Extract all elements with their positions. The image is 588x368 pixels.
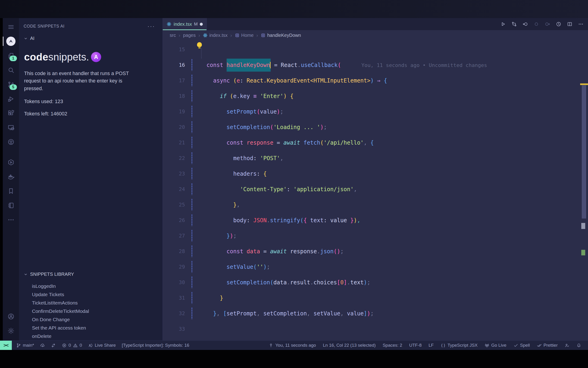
activity-bar-item-notebooks[interactable] [4,199,17,212]
status-indentation[interactable]: Spaces: 2 [380,341,405,350]
status-feedback[interactable] [562,341,572,350]
activity-bar-item-search[interactable] [4,64,17,76]
code-line-29[interactable]: 29 setValue(''); [163,259,588,275]
status-cursor-position[interactable]: Ln 16, Col 22 (13 selected) [320,341,379,350]
code-text: } [200,295,588,301]
status-go-live[interactable]: Go Live [482,341,509,350]
activity-bar-item-additional-views[interactable] [4,213,17,226]
git-compare-button[interactable] [510,20,518,28]
code-line-27[interactable]: 27 }); [163,228,588,244]
code-text: headers: { [200,171,588,177]
status-prettier[interactable]: Prettier [534,341,561,350]
status-compare-changes[interactable] [48,341,59,350]
status-problems[interactable]: 00 [59,341,85,350]
chevron-down-icon [24,272,28,276]
snippet-item-confirmdeleteticketmodal[interactable]: ConfirmDeleteTicketModal [19,307,163,315]
code-line-18[interactable]: 18 if (e.key ≡ 'Enter') { [163,88,588,104]
branch-icon [16,343,21,348]
git-modified-gutter [185,104,200,119]
tab-index-tsx[interactable]: index.tsx M [163,18,207,30]
activity-bar-item-remote-explorer[interactable] [4,121,17,134]
activity-bar-item-code-snippets-ai[interactable] [4,35,17,48]
line-number-22: 22 [163,155,185,161]
breadcrumb-item-pages[interactable]: pages [183,33,196,38]
more-actions-button[interactable] [577,20,585,28]
editor-scrollbar[interactable] [582,85,586,219]
activity-bar-item-extensions[interactable] [4,107,17,120]
code-line-21[interactable]: 21 const response = await fetch('/api/he… [163,135,588,150]
snippets-library-header[interactable]: SNIPPETS LIBRARY [19,268,163,279]
activity-bar-item-bookmarks[interactable] [4,184,17,197]
sidebar-more-actions-button[interactable]: ··· [146,23,157,30]
run-code-button[interactable] [499,20,507,28]
ai-section-label: AI [30,36,35,41]
status-notifications[interactable] [573,341,584,350]
git-compare-icon [511,21,517,27]
code-line-24[interactable]: 24 'Content-Type': 'application/json', [163,182,588,197]
code-line-28[interactable]: 28 const data = await response.json(); [163,244,588,259]
line-number-31: 31 [163,295,185,301]
code-editor[interactable]: 1516 const handleKeyDown = React.useCall… [163,40,588,340]
snippet-item-ondelete[interactable]: onDelete [19,332,163,340]
status-label: Spell [520,343,530,348]
next-change-disabled-button[interactable] [544,20,552,28]
double-check-icon [537,343,542,348]
status-language-mode[interactable]: ()TypeScript JSX [438,341,481,350]
status-branch-status[interactable]: main* [13,341,37,350]
previous-change-disabled-button[interactable] [532,20,540,28]
activity-bar-item-settings[interactable] [4,324,17,337]
code-line-17[interactable]: 17 async (e: React.KeyboardEvent<HTMLInp… [163,73,588,88]
breadcrumb-item-handlekeydown[interactable]: handleKeyDown [261,33,301,38]
status-remote-indicator[interactable]: >< [0,341,12,350]
status-gitlens-blame[interactable]: You, 11 seconds ago [265,341,319,350]
breadcrumb-item-home[interactable]: Home [235,33,254,38]
activity-bar-item-menu[interactable] [4,20,17,33]
activity-bar-item-docker[interactable] [4,170,17,183]
ai-section-header[interactable]: AI [19,32,163,43]
line-number-18: 18 [163,93,185,99]
go-to-previous-change-button[interactable] [521,20,529,28]
status-publish-changes[interactable] [37,341,48,350]
open-timeline-button[interactable] [555,20,562,28]
status-encoding[interactable]: UTF-8 [406,341,425,350]
activity-bar-item-run-and-debug[interactable] [4,92,17,105]
code-line-15[interactable]: 15 [163,42,588,57]
remote-icon: >< [3,342,8,348]
code-line-31[interactable]: 31 } [163,290,588,306]
snippet-item-set-the-api-access-token[interactable]: Set the API access token [19,324,163,332]
snippet-item-ticketlistitemactions[interactable]: TicketListItemActions [19,299,163,307]
activity-bar-item-source-control[interactable]: 5 [4,78,17,91]
breadcrumb-item-index-tsx[interactable]: index.tsx [203,33,228,38]
code-line-20[interactable]: 20 setCompletion('Loading ... '); [163,119,588,135]
git-modified-gutter [185,166,200,182]
tokens-used: Tokens used: 123 [24,99,142,104]
status-live-share[interactable]: Live Share [85,341,119,350]
code-line-16[interactable]: 16 const handleKeyDown = React.useCallba… [163,57,588,73]
code-line-33[interactable]: 33 [163,321,588,337]
line-number-32: 32 [163,311,185,316]
breadcrumb: src›pages›index.tsx›Home›handleKeyDown [163,30,588,40]
activity-bar-item-accounts[interactable] [4,310,17,323]
status-eol-sequence[interactable]: LF [425,341,437,350]
code-line-32[interactable]: 32 }, [setPrompt, setCompletion, setValu… [163,306,588,321]
code-line-26[interactable]: 26 body: JSON.stringify({ text: value })… [163,212,588,228]
snippet-item-isloggedin[interactable]: isLoggedIn [19,282,163,290]
code-line-19[interactable]: 19 setPrompt(value); [163,104,588,119]
code-line-22[interactable]: 22 method: 'POST', [163,150,588,166]
status-spell-checker[interactable]: Spell [510,341,533,350]
status-typescript-importer[interactable]: [TypeScript Importer]: Symbols: 16 [119,341,192,350]
breadcrumb-item-src[interactable]: src [170,33,176,38]
git-modified-gutter [185,73,200,88]
code-line-30[interactable]: 30 setCompletion(data.result.choices[0].… [163,275,588,290]
activity-bar-item-explorer[interactable]: 1 [4,49,17,62]
code-line-23[interactable]: 23 headers: { [163,166,588,182]
split-editor-button[interactable] [566,20,574,28]
code-line-25[interactable]: 25 }, [163,197,588,212]
snippet-item-on-done-change[interactable]: On Done Change [19,315,163,324]
activity-bar-item-live-preview[interactable] [4,156,17,169]
activity-bar-item-github[interactable] [4,135,17,148]
desktop-top-band [0,0,588,18]
git-modified-gutter [185,259,200,275]
snippet-item-update-tickets[interactable]: Update Tickets [19,290,163,299]
circle-arrow-icon [545,21,550,27]
